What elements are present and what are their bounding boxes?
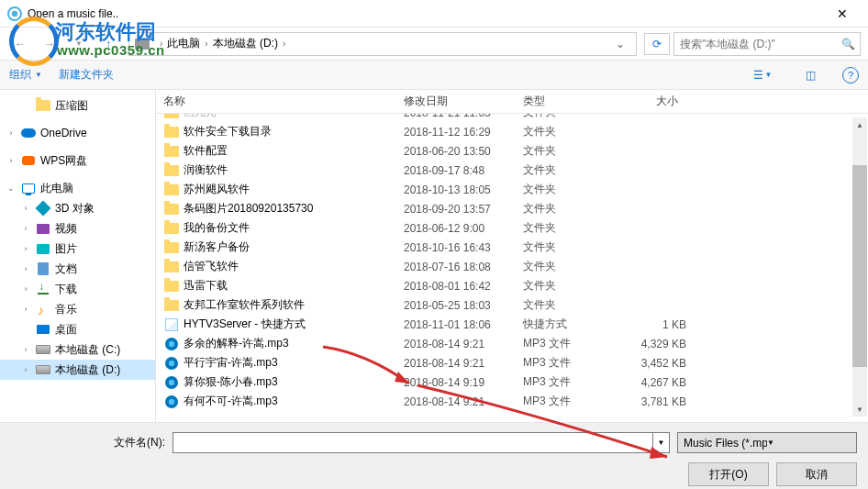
folder-icon (163, 221, 180, 236)
file-row[interactable]: 信管飞软件2018-07-16 18:08文件夹 (156, 257, 868, 276)
sidebar-item[interactable]: ›WPS网盘 (0, 150, 155, 171)
mp3-icon (163, 337, 180, 351)
breadcrumb-dropdown[interactable]: ⌄ (610, 38, 630, 50)
sidebar-item[interactable]: ›文档 (0, 259, 155, 279)
file-row[interactable]: 迅雷下载2018-08-01 16:42文件夹 (156, 276, 868, 295)
tree-toggle-icon[interactable]: ⌄ (6, 183, 17, 193)
file-row[interactable]: 新汤客户备份2018-10-16 16:43文件夹 (156, 238, 868, 257)
file-row[interactable]: 软件安全下载目录2018-11-12 16:29文件夹 (156, 122, 868, 141)
file-row[interactable]: 平行宇宙-许嵩.mp32018-08-14 9:21MP3 文件3,452 KB (156, 353, 868, 372)
sidebar-item[interactable]: 压缩图 (0, 95, 155, 116)
scrollbar-thumb[interactable] (852, 165, 867, 367)
tree-toggle-icon[interactable]: › (20, 305, 31, 314)
sidebar-item[interactable]: ›图片 (0, 239, 155, 259)
file-name: 软件安全下载目录 (180, 124, 404, 139)
file-row[interactable]: 友邦工作室软件系列软件2018-05-25 18:03文件夹 (156, 295, 868, 315)
file-type-filter[interactable]: Music Files (*.mp3;*.wav;*.m4 ▼ (677, 432, 857, 453)
sidebar-item[interactable]: ⌄此电脑 (0, 178, 155, 198)
preview-pane-button[interactable]: ◫ (795, 65, 826, 85)
tree-toggle-icon[interactable]: › (6, 156, 17, 165)
search-box[interactable]: 🔍 (673, 32, 861, 56)
sidebar-item[interactable]: 桌面 (0, 319, 155, 339)
open-button[interactable]: 打开(O) (688, 462, 769, 486)
music-icon: ♪ (35, 302, 51, 317)
file-name: 算你狠-陈小春.mp3 (180, 374, 404, 390)
filename-history-dropdown[interactable]: ▼ (653, 432, 670, 453)
file-name: 苏州飓风软件 (180, 182, 404, 197)
file-date: 2018-06-12 9:00 (404, 222, 523, 235)
file-row[interactable]: 苏州飓风软件2018-10-13 18:05文件夹 (156, 180, 868, 199)
video-icon (35, 221, 51, 236)
file-row[interactable]: 有何不可-许嵩.mp32018-08-14 9:21MP3 文件3,781 KB (156, 392, 868, 411)
scroll-down-icon[interactable]: ▼ (852, 402, 867, 417)
file-type: 文件夹 (523, 297, 611, 313)
vertical-scrollbar[interactable]: ▲ ▼ (852, 117, 867, 417)
file-row[interactable]: 条码图片201809201357302018-09-20 13:57文件夹 (156, 199, 868, 218)
file-row[interactable]: 软件配置2018-06-20 13:50文件夹 (156, 141, 868, 161)
view-mode-button[interactable]: ☰ ▼ (747, 65, 778, 85)
sidebar-item[interactable]: ›本地磁盘 (C:) (0, 339, 155, 360)
file-name: 信管飞软件 (180, 259, 404, 274)
sidebar-item[interactable]: ›视频 (0, 218, 155, 239)
search-input[interactable] (680, 38, 841, 50)
breadcrumb[interactable]: › 此电脑 › 本地磁盘 (D:) › ⌄ (128, 32, 637, 56)
title-bar: Open a music file.. ✕ (0, 0, 868, 28)
sidebar-item-label: 图片 (55, 241, 77, 257)
file-row[interactable]: 我的备份文件2018-06-12 9:00文件夹 (156, 218, 868, 238)
column-date[interactable]: 修改日期 (396, 94, 516, 109)
column-name[interactable]: 名称 (156, 94, 396, 109)
sidebar-item-label: 下载 (55, 282, 77, 297)
sidebar-item[interactable]: ›3D 对象 (0, 198, 155, 218)
close-button[interactable]: ✕ (824, 0, 861, 28)
chevron-down-icon: ▼ (767, 439, 851, 447)
file-date: 2018-08-14 9:21 (404, 357, 523, 370)
tree-toggle-icon[interactable]: › (20, 224, 31, 233)
cancel-button[interactable]: 取消 (776, 462, 857, 486)
file-name: 软件配置 (180, 143, 404, 159)
tree-toggle-icon[interactable]: › (20, 204, 31, 213)
recent-dropdown[interactable]: ▼ (66, 31, 92, 57)
file-date: 2018-06-20 13:50 (404, 145, 523, 158)
sidebar-item[interactable]: ›OneDrive (0, 123, 155, 143)
column-headers: 名称 修改日期 类型 大小 (156, 90, 868, 114)
search-icon[interactable]: 🔍 (841, 38, 854, 50)
3d-icon (35, 201, 51, 216)
column-type[interactable]: 类型 (516, 94, 604, 109)
file-row[interactable]: 画儿元2018-11-21 11:05文件夹 (156, 114, 868, 122)
file-size: 4,329 KB (611, 338, 686, 350)
refresh-button[interactable]: ⟳ (644, 33, 670, 55)
scroll-up-icon[interactable]: ▲ (852, 117, 867, 132)
new-folder-button[interactable]: 新建文件夹 (59, 67, 114, 83)
breadcrumb-parent[interactable]: 此电脑 (167, 36, 200, 51)
file-row[interactable]: HYTV3Server - 快捷方式2018-11-01 18:06快捷方式1 … (156, 315, 868, 334)
file-row[interactable]: 多余的解释-许嵩.mp32018-08-14 9:21MP3 文件4,329 K… (156, 334, 868, 353)
file-date: 2018-11-21 11:05 (404, 114, 523, 119)
tree-toggle-icon[interactable]: › (20, 264, 31, 273)
file-name: 多余的解释-许嵩.mp3 (180, 336, 404, 351)
tree-toggle-icon[interactable]: › (20, 345, 31, 354)
back-button[interactable]: ← (7, 31, 33, 57)
file-date: 2018-10-13 18:05 (404, 183, 523, 196)
pc-icon (20, 181, 37, 195)
file-row[interactable]: 润衡软件2018-09-17 8:48文件夹 (156, 161, 868, 180)
sidebar-item[interactable]: ›下载 (0, 279, 155, 299)
tree-toggle-icon[interactable]: › (6, 128, 17, 138)
filename-input[interactable] (172, 432, 653, 453)
file-type: 文件夹 (523, 220, 611, 236)
column-size[interactable]: 大小 (604, 94, 686, 109)
tree-toggle-icon[interactable]: › (20, 284, 31, 294)
folder-icon (163, 114, 180, 120)
tree-toggle-icon[interactable]: › (20, 365, 31, 374)
sidebar-item[interactable]: ›♪音乐 (0, 299, 155, 319)
up-button[interactable]: ↑ (95, 31, 121, 57)
file-name: 有何不可-许嵩.mp3 (180, 394, 404, 409)
breadcrumb-current[interactable]: 本地磁盘 (D:) (213, 36, 278, 51)
sidebar-item-label: 本地磁盘 (C:) (55, 342, 120, 358)
help-button[interactable]: ? (842, 67, 859, 83)
tree-toggle-icon[interactable]: › (20, 244, 31, 253)
file-row[interactable]: 算你狠-陈小春.mp32018-08-14 9:19MP3 文件4,267 KB (156, 372, 868, 392)
folder-icon (163, 202, 180, 217)
sidebar-item[interactable]: ›本地磁盘 (D:) (0, 360, 155, 380)
organize-menu[interactable]: 组织 ▼ (9, 67, 42, 83)
window-title: Open a music file.. (28, 7, 824, 20)
